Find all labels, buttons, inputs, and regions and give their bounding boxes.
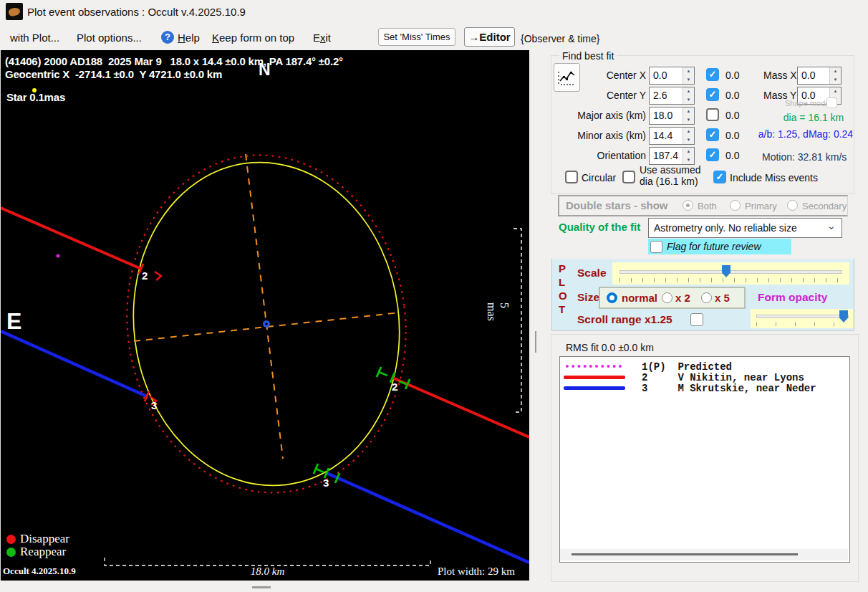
occult-version-label: Occult 4.2025.10.9 (3, 565, 76, 577)
mas-scale-label: 5 mas (485, 302, 511, 321)
major-axis-fit-checkbox[interactable] (706, 108, 719, 121)
opacity-slider-track[interactable] (756, 315, 849, 318)
chord2-label-egress: 2 (392, 381, 397, 393)
circular-label: Circular (582, 172, 616, 183)
spin-down-icon[interactable]: ▼ (683, 156, 694, 165)
both-radio (683, 200, 693, 211)
center-y-spinner[interactable]: 2.6▲▼ (649, 87, 695, 105)
secondary-label: Secondary (802, 201, 847, 211)
spin-down-icon[interactable]: ▼ (683, 76, 694, 85)
app-icon (6, 3, 23, 20)
quality-dropdown[interactable]: Astrometry only. No reliable size ⌄ (648, 218, 842, 238)
plot-title-line1: (41406) 2000 AD188 2025 Mar 9 18.0 x 14.… (5, 55, 343, 67)
window-title: Plot event observations : Occult v.4.202… (27, 6, 246, 18)
minor-axis-fit-checkbox[interactable]: ✓ (706, 128, 719, 141)
motion-value: Motion: 32.81 km/s (762, 151, 847, 163)
spin-down-icon[interactable]: ▼ (683, 136, 694, 145)
check-icon: ✓ (709, 89, 717, 100)
scale-slider[interactable] (612, 262, 849, 285)
menu-with-plot[interactable]: with Plot... (10, 32, 59, 44)
star-size-label: Star 0.1mas (6, 91, 65, 103)
legend-row-chord3[interactable]: 3 M Skrutskie, near Neder (642, 383, 816, 394)
chord2-egress-line (392, 378, 529, 437)
disappear-label: Disappear (20, 532, 69, 546)
check-icon: ✓ (709, 69, 717, 80)
include-miss-checkbox[interactable]: ✓ (713, 171, 726, 183)
listbox-scrollbar-thumb[interactable] (572, 553, 798, 555)
chord3-label-egress: 3 (323, 477, 329, 489)
shape-model-label: Shape model (785, 99, 831, 108)
opacity-slider-ticks (756, 323, 848, 326)
scale-slider-thumb[interactable] (722, 265, 730, 277)
flag-review-checkbox[interactable] (650, 241, 662, 253)
spin-down-icon[interactable]: ▼ (683, 96, 694, 105)
chord2-ingress-line (1, 208, 141, 269)
occultation-plot[interactable]: (41406) 2000 AD188 2025 Mar 9 18.0 x 14.… (0, 50, 529, 581)
asteroid-icon (8, 6, 21, 16)
quality-label: Quality of the fit (559, 221, 640, 233)
menu-plot-options[interactable]: Plot options... (77, 32, 142, 44)
primary-label: Primary (745, 201, 777, 211)
opacity-slider[interactable] (751, 309, 853, 328)
chord-legend-listbox[interactable]: 1(P) Predicted 2 V Nikitin, near Lyons 3… (559, 356, 850, 563)
check-icon: ✓ (716, 171, 724, 182)
major-axis-spinner[interactable]: 18.0▲▼ (649, 107, 695, 125)
set-miss-times-button[interactable]: Set 'Miss' Times (378, 28, 455, 46)
chord2-line-swatch (564, 376, 625, 379)
center-x-spinner[interactable]: 0.0▲▼ (649, 67, 695, 85)
plot-title-line2: Geocentric X -2714.1 ±0.0 Y 4721.0 ±0.0 … (5, 68, 222, 80)
chevron-down-icon: ⌄ (826, 219, 836, 232)
scale-label: Scale (577, 267, 607, 280)
observer-time-label: {Observer & time} (521, 33, 600, 44)
flag-review-strip: Flag for future review (648, 239, 791, 254)
ellipse-center-core (265, 323, 268, 325)
flag-review-label: Flag for future review (667, 241, 761, 252)
east-label: E (6, 308, 21, 335)
size-x2-label: x 2 (675, 292, 690, 304)
center-x-fit-checkbox[interactable]: ✓ (706, 68, 719, 81)
dia-value: dia = 16.1 km (773, 112, 854, 123)
find-best-fit-title: Find best fit (559, 50, 617, 62)
scale-slider-track[interactable] (619, 270, 842, 274)
scroll-range-checkbox[interactable] (690, 313, 703, 326)
use-assumed-label-2: dia (16.1 km) (640, 176, 698, 187)
help-icon[interactable]: ? (161, 31, 174, 44)
opacity-slider-thumb[interactable] (839, 310, 848, 323)
size-x5-radio[interactable] (701, 292, 712, 303)
chord3-reappear-stem (316, 469, 324, 472)
plot-canvas (1, 50, 529, 581)
form-opacity-label: Form opacity (758, 291, 827, 304)
menu-exit[interactable]: Exit (313, 32, 331, 44)
rms-fit-label: RMS fit 0.0 ±0.0 km (566, 342, 654, 353)
editor-button[interactable]: →Editor (464, 27, 515, 47)
legend-row-chord2[interactable]: 2 V Nikitin, near Lyons (642, 372, 804, 383)
orientation-spinner[interactable]: 187.4▲▼ (649, 147, 695, 165)
listbox-scrollbar-track[interactable] (560, 549, 848, 560)
reappear-label: Reappear (20, 545, 66, 559)
orientation-fit-checkbox[interactable]: ✓ (706, 148, 719, 161)
magenta-point (57, 254, 60, 258)
chord3-line-swatch (564, 386, 625, 390)
center-y-label: Center Y (551, 90, 646, 101)
size-x2-radio[interactable] (662, 292, 672, 303)
vertical-splitter[interactable] (535, 331, 536, 353)
orientation-label: Orientation (551, 150, 646, 161)
plot-width-label: Plot width: 29 km (438, 565, 515, 578)
double-stars-title: Double stars - show (566, 199, 668, 211)
horizontal-scrollbar-thumb[interactable] (252, 586, 271, 588)
size-label: Size (577, 291, 599, 304)
minor-axis-spinner[interactable]: 14.4▲▼ (649, 127, 695, 145)
menu-keep-on-top[interactable]: Keep form on top (212, 32, 294, 44)
spin-down-icon[interactable]: ▼ (683, 116, 694, 125)
ab-dmag-value: a/b: 1.25, dMag: 0.24 (756, 128, 855, 140)
use-assumed-dia-checkbox[interactable] (622, 171, 635, 183)
center-y-sigma: 0.0 (725, 90, 739, 101)
circular-checkbox[interactable] (565, 171, 578, 183)
mass-x-spinner[interactable]: 0.0▲▼ (797, 67, 842, 85)
menu-help[interactable]: Help (178, 32, 200, 44)
spin-down-icon[interactable]: ▼ (829, 76, 841, 85)
center-y-fit-checkbox[interactable]: ✓ (706, 88, 719, 101)
major-axis-label: Major axis (km) (551, 110, 646, 121)
legend-row-predicted[interactable]: 1(P) Predicted (642, 361, 732, 373)
size-normal-radio[interactable] (607, 292, 617, 303)
